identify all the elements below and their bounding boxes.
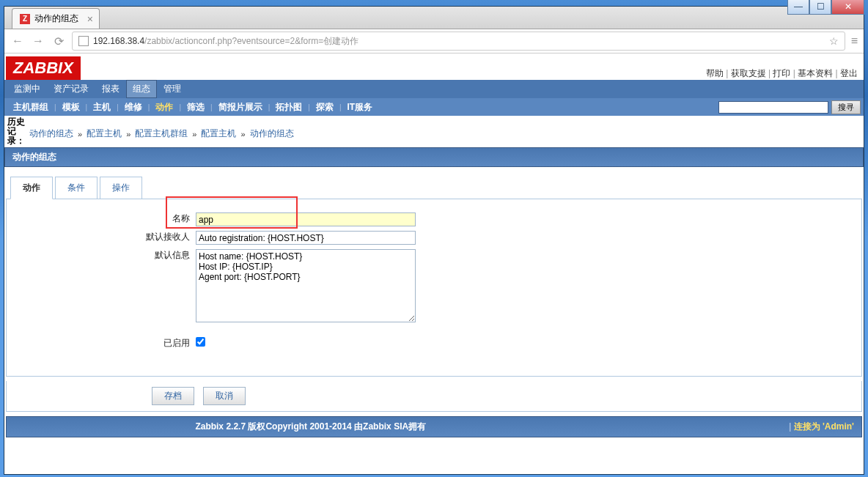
history-item[interactable]: 配置主机群组: [135, 127, 188, 140]
browser-tab[interactable]: Z 动作的组态 ×: [12, 8, 100, 29]
address-bar[interactable]: 192.168.38.4/zabbix/actionconf.php?event…: [72, 32, 845, 51]
menu-admin[interactable]: 管理: [157, 80, 188, 98]
top-links: 帮助 获取支援 打印 基本资料 登出: [706, 67, 858, 80]
search-box: 搜寻: [718, 100, 861, 114]
submenu-itservices[interactable]: IT服务: [341, 99, 378, 116]
footer-copyright: Zabbix 2.2.7 版权Copyright 2001-2014 由Zabb…: [195, 421, 426, 433]
submenu-actions[interactable]: 动作: [150, 99, 179, 116]
menu-inventory[interactable]: 资产记录: [47, 80, 95, 98]
recipient-label: 默认接收人: [12, 231, 196, 243]
back-button[interactable]: ←: [10, 34, 25, 48]
recipient-input[interactable]: [196, 231, 416, 245]
tab-action[interactable]: 动作: [10, 177, 53, 199]
link-print[interactable]: 打印: [773, 68, 798, 78]
menu-monitoring[interactable]: 监测中: [7, 80, 47, 98]
search-input[interactable]: [718, 101, 828, 114]
tab-operations[interactable]: 操作: [100, 177, 142, 199]
form-buttons: 存档 取消: [6, 381, 862, 412]
link-logout[interactable]: 登出: [840, 68, 858, 78]
name-input[interactable]: [196, 212, 416, 226]
tab-close-icon[interactable]: ×: [87, 13, 93, 25]
tab-title: 动作的组态: [34, 12, 78, 25]
page-icon: [78, 36, 89, 46]
footer-connected[interactable]: 连接为 'Admin': [789, 421, 854, 433]
window-controls: — ☐ ✕: [787, 0, 864, 15]
os-window-frame: — ☐ ✕ Z 动作的组态 × ← → ⟳ 192.168.38.4/zabbi…: [0, 0, 868, 477]
enabled-label: 已启用: [12, 337, 196, 350]
breadcrumb-arrow-icon: »: [78, 130, 82, 138]
page-header: ZABBIX 帮助 获取支援 打印 基本资料 登出: [4, 53, 864, 80]
page-content: ZABBIX 帮助 获取支援 打印 基本资料 登出 监测中 资产记录 报表 组态…: [4, 53, 864, 474]
breadcrumb-arrow-icon: »: [126, 130, 130, 138]
chrome-menu-icon[interactable]: ≡: [851, 34, 858, 48]
history-item[interactable]: 动作的组态: [250, 127, 294, 140]
submenu-filter[interactable]: 筛选: [181, 99, 210, 116]
link-profile[interactable]: 基本资料: [798, 68, 840, 78]
bookmark-star-icon[interactable]: ☆: [829, 35, 839, 47]
menu-configuration[interactable]: 组态: [126, 80, 157, 98]
name-label: 名称: [12, 212, 196, 225]
section-title: 动作的组态: [4, 147, 864, 167]
search-button[interactable]: 搜寻: [831, 100, 861, 114]
submenu-hosts[interactable]: 主机: [87, 99, 117, 116]
history-label: 历史记录：: [7, 117, 29, 146]
tab-panel-action: 名称 默认接收人 默认信息 已启用: [6, 199, 862, 377]
submenu-discovery[interactable]: 探索: [310, 99, 339, 116]
submenu-slides[interactable]: 简报片展示: [213, 99, 268, 116]
footer: Zabbix 2.2.7 版权Copyright 2001-2014 由Zabb…: [6, 416, 862, 437]
link-support[interactable]: 获取支援: [731, 68, 773, 78]
history-item[interactable]: 配置主机: [87, 127, 122, 140]
history-row: 历史记录： 动作的组态 » 配置主机 » 配置主机群组 » 配置主机 » 动作的…: [4, 116, 864, 147]
enabled-checkbox[interactable]: [196, 337, 205, 347]
save-button[interactable]: 存档: [152, 387, 194, 405]
browser-tabstrip: Z 动作的组态 ×: [4, 7, 864, 29]
reload-button[interactable]: ⟳: [51, 34, 66, 48]
sub-menu: 主机群组| 模板| 主机| 维修| 动作| 筛选| 简报片展示| 拓扑图| 探索…: [4, 98, 864, 116]
submenu-hostgroups[interactable]: 主机群组: [7, 99, 54, 116]
window-close[interactable]: ✕: [831, 0, 864, 15]
form-tabs: 动作 条件 操作: [10, 176, 862, 199]
cancel-button[interactable]: 取消: [203, 387, 246, 405]
window-minimize[interactable]: —: [787, 0, 809, 15]
menu-reports[interactable]: 报表: [95, 80, 126, 98]
window-maximize[interactable]: ☐: [809, 0, 831, 15]
tab-conditions[interactable]: 条件: [55, 177, 98, 199]
form-container: 动作 条件 操作 名称 默认接收人: [4, 167, 864, 442]
breadcrumb-arrow-icon: »: [192, 130, 196, 138]
browser-toolbar: ← → ⟳ 192.168.38.4/zabbix/actionconf.php…: [4, 29, 864, 53]
zabbix-favicon: Z: [20, 14, 30, 24]
forward-button[interactable]: →: [31, 34, 45, 48]
submenu-maps[interactable]: 拓扑图: [270, 99, 308, 116]
breadcrumb-arrow-icon: »: [240, 130, 245, 138]
submenu-maintenance[interactable]: 维修: [119, 99, 148, 116]
zabbix-logo[interactable]: ZABBIX: [6, 56, 81, 80]
link-help[interactable]: 帮助: [706, 68, 731, 78]
history-item[interactable]: 配置主机: [201, 127, 236, 140]
submenu-templates[interactable]: 模板: [56, 99, 86, 116]
message-textarea[interactable]: [196, 249, 416, 322]
message-label: 默认信息: [12, 249, 196, 262]
history-item[interactable]: 动作的组态: [29, 127, 73, 140]
main-menu: 监测中 资产记录 报表 组态 管理: [4, 80, 864, 98]
browser-window: Z 动作的组态 × ← → ⟳ 192.168.38.4/zabbix/acti…: [4, 6, 864, 475]
url-text: 192.168.38.4/zabbix/actionconf.php?event…: [93, 35, 358, 48]
